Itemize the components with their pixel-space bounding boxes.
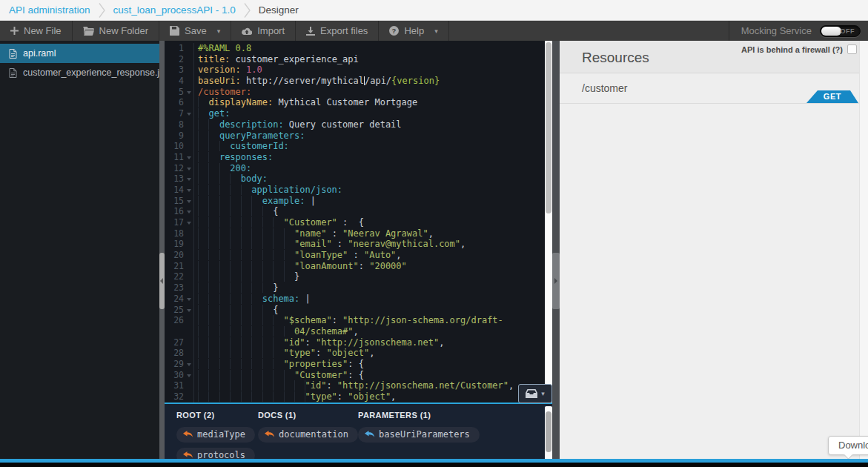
token: "http://jsonschema.net/Customer" bbox=[337, 380, 508, 391]
new-file-button[interactable]: New File bbox=[0, 21, 73, 41]
line-number: 32 bbox=[165, 391, 184, 403]
line-number: 2 bbox=[165, 54, 184, 65]
line-number: 5 bbox=[165, 87, 184, 98]
fold-gutter bbox=[184, 97, 193, 108]
line-number: 23 bbox=[165, 282, 184, 294]
code-text: } bbox=[193, 282, 278, 294]
token: "http://jsonschema.net" bbox=[316, 337, 439, 348]
breadcrumb-item-cust-loan-processapi-1-0[interactable]: cust_loan_processAPI - 1.0 bbox=[113, 4, 236, 16]
get-method-badge[interactable]: GET bbox=[806, 90, 858, 103]
shelf-group-title: ROOT (2) bbox=[176, 411, 258, 420]
token: } bbox=[294, 271, 299, 282]
fold-arrow-icon[interactable] bbox=[184, 152, 193, 163]
code-text: "id": "http://jsonschema.net", bbox=[193, 337, 444, 348]
import-button[interactable]: Import bbox=[231, 21, 296, 41]
indent-guides bbox=[198, 239, 294, 249]
line-number: 14 bbox=[165, 185, 184, 196]
fold-arrow-icon[interactable] bbox=[184, 359, 193, 370]
shelf-pill-documentation[interactable]: documentation bbox=[258, 427, 358, 443]
fold-arrow-icon[interactable] bbox=[184, 163, 193, 174]
editor-scrollbar-thumb[interactable] bbox=[546, 42, 551, 213]
fold-arrow-icon[interactable] bbox=[184, 185, 193, 196]
cloud-upload-icon bbox=[242, 27, 252, 35]
token: "loanAmount" bbox=[294, 261, 359, 271]
code-line: 14 application/json: bbox=[165, 185, 552, 196]
export-files-button[interactable]: Export files bbox=[296, 21, 379, 41]
fold-gutter bbox=[184, 239, 193, 250]
fold-gutter bbox=[184, 261, 193, 272]
code-text: description: Query customer detail bbox=[193, 119, 402, 130]
toggle-state-label: OFF bbox=[841, 27, 855, 35]
line-number: 12 bbox=[165, 163, 184, 174]
code-line: 3version: 1.0 bbox=[165, 64, 552, 76]
file-icon bbox=[9, 68, 17, 78]
shelf-pill-mediaType[interactable]: mediaType bbox=[176, 427, 255, 443]
fold-arrow-icon[interactable] bbox=[184, 206, 193, 217]
token: 200: bbox=[230, 163, 251, 173]
code-text: "properties": { bbox=[193, 359, 364, 370]
fold-arrow-icon[interactable] bbox=[184, 196, 193, 207]
code-text: queryParameters: bbox=[193, 130, 305, 142]
token: "20000" bbox=[369, 261, 407, 271]
code-line: 30 "Customer": { bbox=[165, 370, 552, 381]
code-text: #%RAML 0.8 bbox=[193, 43, 251, 54]
line-number: 4 bbox=[165, 76, 184, 87]
token: : bbox=[326, 380, 337, 391]
shelf-scrollbar[interactable] bbox=[545, 406, 552, 466]
indent-guides bbox=[198, 370, 294, 380]
code-line: 6 displayName: Mythical Customer Mortgag… bbox=[165, 97, 552, 108]
fold-gutter bbox=[184, 282, 193, 294]
resources-scrollbar[interactable] bbox=[859, 41, 868, 467]
line-number: 1 bbox=[165, 43, 184, 54]
indent-guides bbox=[198, 380, 305, 391]
line-number: 13 bbox=[165, 173, 184, 185]
indent-guides bbox=[198, 348, 284, 358]
right-resize-handle[interactable] bbox=[552, 253, 560, 309]
download-button[interactable]: Download bbox=[828, 436, 868, 455]
file-item-api-raml[interactable]: api.raml bbox=[0, 44, 159, 63]
fold-arrow-icon[interactable] bbox=[184, 305, 193, 316]
token: /customer: bbox=[198, 87, 251, 97]
fold-arrow-icon[interactable] bbox=[184, 370, 193, 381]
fold-arrow-icon[interactable] bbox=[184, 173, 193, 185]
fold-gutter bbox=[184, 337, 193, 348]
save-button[interactable]: Save▾ bbox=[159, 21, 231, 41]
token: : bbox=[359, 261, 369, 271]
editor-scrollbar[interactable] bbox=[545, 41, 552, 404]
code-line: 5/customer: bbox=[165, 87, 552, 98]
indent-guides bbox=[198, 108, 208, 119]
indent-guides bbox=[198, 261, 294, 271]
indent-guides bbox=[198, 391, 305, 402]
code-line: 31 "id": "http://jsonschema.net/Customer… bbox=[165, 380, 552, 391]
token: , bbox=[439, 337, 444, 348]
fold-gutter bbox=[184, 76, 193, 87]
breadcrumb-item-api-administration[interactable]: API administration bbox=[9, 4, 90, 16]
insert-arrow-icon bbox=[365, 431, 374, 439]
token: : { bbox=[337, 217, 364, 228]
fold-arrow-icon[interactable] bbox=[184, 294, 193, 305]
fold-gutter bbox=[184, 391, 193, 403]
code-line: 27 "id": "http://jsonschema.net", bbox=[165, 337, 552, 348]
code-line: 21 "loanAmount": "20000" bbox=[165, 261, 552, 272]
shelf-toggle-button[interactable]: ▾ bbox=[518, 384, 552, 403]
fold-arrow-icon[interactable] bbox=[184, 87, 193, 98]
code-editor[interactable]: 1#%RAML 0.82title: customer_experience_a… bbox=[165, 41, 552, 404]
token: { bbox=[273, 206, 278, 216]
fold-arrow-icon[interactable] bbox=[184, 217, 193, 228]
download-label: Download bbox=[838, 440, 868, 451]
help-button[interactable]: ?Help▾ bbox=[379, 21, 448, 41]
mocking-service-toggle[interactable]: OFF bbox=[820, 25, 861, 37]
sidebar-resize-handle[interactable] bbox=[159, 253, 165, 309]
shelf-pill-baseUriParameters[interactable]: baseUriParameters bbox=[358, 427, 480, 443]
fold-arrow-icon[interactable] bbox=[184, 108, 193, 119]
firewall-checkbox[interactable] bbox=[847, 44, 857, 54]
fold-gutter bbox=[184, 315, 193, 326]
token bbox=[241, 64, 246, 75]
resource-row[interactable]: /customerGET bbox=[560, 73, 868, 104]
code-text: 04/schema#", bbox=[193, 326, 359, 337]
shelf-scrollbar-thumb[interactable] bbox=[546, 411, 551, 452]
file-item-customer-experience-response-json[interactable]: customer_experience_response.json bbox=[0, 63, 159, 82]
code-line: 24 schema: | bbox=[165, 294, 552, 305]
indent-guides bbox=[198, 173, 241, 184]
new-folder-button[interactable]: New Folder bbox=[73, 21, 159, 41]
